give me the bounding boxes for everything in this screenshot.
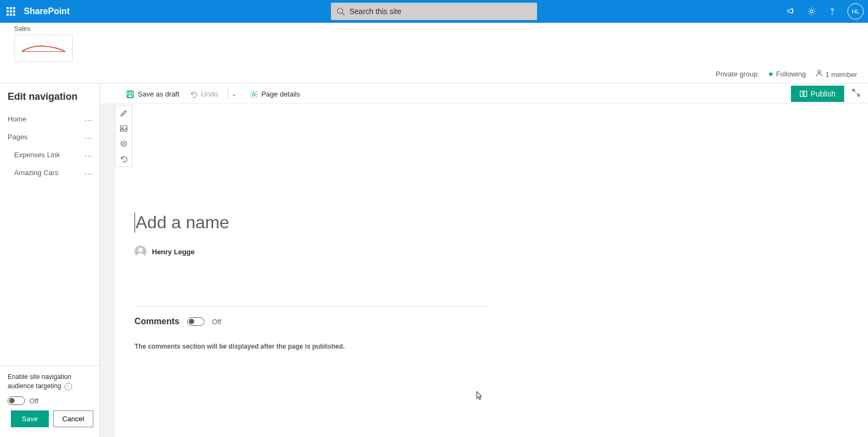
top-bar-right: HL — [786, 3, 864, 20]
site-privacy-label: Private group — [716, 70, 757, 78]
save-draft-label: Save as draft — [138, 90, 180, 98]
svg-point-2 — [810, 10, 813, 12]
undo-label: Undo — [201, 90, 218, 98]
svg-rect-6 — [129, 91, 132, 93]
edit-tool-button[interactable] — [116, 106, 132, 121]
publish-button[interactable]: Publish — [791, 86, 844, 102]
main-area: Edit navigation Home ··· Pages ··· Expen… — [0, 83, 868, 437]
app-launcher-button[interactable] — [0, 0, 22, 23]
undo-dropdown-chevron[interactable]: ⌄ — [228, 89, 240, 100]
undo-button[interactable]: Undo — [189, 90, 218, 99]
site-meta-row: Private group ★Following 1 member — [716, 69, 857, 79]
svg-rect-7 — [128, 95, 132, 98]
svg-rect-9 — [800, 91, 803, 97]
search-icon — [336, 7, 345, 16]
nav-item-label: Pages — [8, 133, 28, 141]
left-panel-buttons: Save Cancel — [8, 405, 92, 430]
page-body: Henry Legge Comments Off The comments se… — [115, 104, 868, 350]
nav-item-label: Amazing Cars — [14, 169, 59, 177]
site-header: Sales Private group ★Following 1 member — [0, 23, 868, 83]
content-editor-area: Save as draft Undo ⌄ Page details Publis… — [100, 83, 868, 437]
focal-point-tool-button[interactable] — [116, 136, 132, 151]
page-title-input[interactable] — [135, 213, 460, 233]
save-button[interactable]: Save — [11, 410, 49, 427]
svg-point-14 — [123, 143, 125, 145]
audience-targeting-label: Enable site navigation audience targetin… — [8, 372, 92, 391]
members-count-label: 1 member — [825, 70, 857, 79]
gear-icon — [250, 90, 258, 99]
global-top-bar: SharePoint HL — [0, 0, 868, 23]
reset-tool-button[interactable] — [116, 151, 132, 166]
site-title[interactable]: Sales — [14, 25, 868, 33]
comments-section: Comments Off The comments section will b… — [135, 306, 487, 350]
comments-toggle-state: Off — [212, 318, 221, 326]
search-input[interactable] — [331, 3, 537, 20]
nav-item-home[interactable]: Home ··· — [0, 110, 99, 128]
comments-toggle[interactable] — [187, 317, 205, 326]
nav-item-more-icon[interactable]: ··· — [85, 133, 93, 142]
expand-editor-button[interactable] — [852, 88, 861, 98]
edit-navigation-title: Edit navigation — [0, 91, 99, 110]
nav-item-more-icon[interactable]: ··· — [85, 151, 93, 160]
page-details-label: Page details — [261, 90, 301, 98]
canvas-gutter — [100, 104, 115, 437]
publish-icon — [800, 90, 807, 98]
comments-title: Comments — [135, 317, 180, 326]
nav-items-list: Home ··· Pages ··· Expenses Link ··· Ama… — [0, 110, 99, 365]
nav-item-expenses-link[interactable]: Expenses Link ··· — [0, 146, 99, 164]
comments-header: Comments Off — [135, 317, 487, 326]
page-details-button[interactable]: Page details — [250, 90, 301, 99]
info-icon[interactable]: i — [65, 383, 72, 390]
cursor-pointer-icon — [476, 391, 483, 401]
page-toolbar: Save as draft Undo ⌄ Page details Publis… — [100, 85, 868, 104]
svg-point-8 — [252, 93, 255, 95]
image-tool-button[interactable] — [116, 121, 132, 136]
cancel-button[interactable]: Cancel — [53, 410, 93, 427]
nav-item-pages[interactable]: Pages ··· — [0, 128, 99, 146]
save-as-draft-button[interactable]: Save as draft — [126, 90, 180, 99]
nav-item-amazing-cars[interactable]: Amazing Cars ··· — [0, 164, 99, 182]
nav-item-label: Home — [8, 115, 27, 123]
user-avatar[interactable]: HL — [847, 3, 864, 20]
publish-label: Publish — [810, 89, 835, 98]
svg-point-3 — [832, 14, 832, 14]
person-icon — [815, 69, 823, 77]
audience-toggle-row: Off — [8, 396, 92, 405]
following-button[interactable]: ★Following — [768, 70, 806, 78]
title-area-side-tools — [115, 105, 132, 167]
star-icon: ★ — [768, 70, 774, 78]
svg-point-4 — [818, 70, 821, 73]
audience-targeting-toggle[interactable] — [8, 396, 25, 405]
product-brand[interactable]: SharePoint — [24, 7, 69, 16]
members-button[interactable]: 1 member — [815, 69, 857, 79]
waffle-icon — [7, 7, 15, 16]
nav-item-more-icon[interactable]: ··· — [85, 115, 93, 124]
car-logo-graphic — [19, 42, 68, 55]
author-avatar[interactable] — [135, 246, 146, 258]
megaphone-icon[interactable] — [786, 6, 796, 17]
left-panel-footer: Enable site navigation audience targetin… — [0, 365, 99, 437]
comments-note: The comments section will be displayed a… — [135, 343, 487, 350]
svg-rect-10 — [804, 91, 807, 97]
help-icon[interactable] — [827, 6, 838, 17]
site-logo[interactable] — [14, 35, 73, 62]
svg-point-0 — [337, 8, 343, 14]
undo-icon — [189, 90, 198, 99]
settings-gear-icon[interactable] — [806, 6, 817, 17]
svg-point-13 — [121, 141, 126, 146]
search-container — [331, 3, 537, 20]
nav-item-label: Expenses Link — [14, 151, 60, 159]
author-name[interactable]: Henry Legge — [152, 248, 195, 256]
author-row: Henry Legge — [135, 246, 868, 258]
nav-item-more-icon[interactable]: ··· — [85, 169, 93, 178]
following-label: Following — [776, 70, 806, 78]
svg-line-1 — [342, 13, 344, 15]
edit-navigation-panel: Edit navigation Home ··· Pages ··· Expen… — [0, 83, 100, 437]
audience-toggle-state: Off — [29, 397, 39, 405]
save-icon — [126, 90, 135, 99]
